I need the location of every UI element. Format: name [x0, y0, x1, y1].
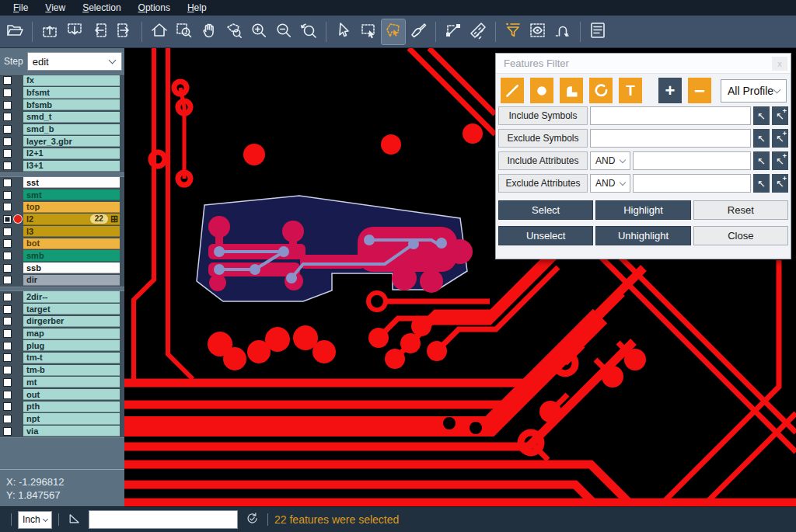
menu-selection[interactable]: Selection [74, 1, 129, 16]
layer-bar-mt[interactable]: mt [23, 377, 120, 388]
layer-bar-tm-b[interactable]: tm-b [23, 365, 120, 376]
units-select[interactable]: Inch [18, 511, 52, 529]
home-view-button[interactable] [148, 19, 171, 44]
layer-checkbox-top[interactable] [3, 203, 12, 211]
layer-bar-l2+1[interactable]: l2+1 [23, 148, 120, 159]
layer-bar-plug[interactable]: plug [23, 340, 120, 351]
pick-add-attribute-button[interactable]: ↖+ [772, 151, 788, 170]
menu-file[interactable]: File [5, 1, 37, 16]
grid-icon[interactable]: ⊞ [110, 214, 118, 224]
layer-checkbox-npt[interactable] [3, 415, 12, 423]
menu-options[interactable]: Options [130, 1, 179, 16]
pan-left-button[interactable] [88, 19, 111, 44]
line-type-button[interactable] [501, 78, 524, 103]
layer-checkbox-2dir--[interactable] [3, 293, 12, 301]
pcb-canvas[interactable]: Features Filter x T + − All Profile [124, 48, 796, 506]
layer-bar-bfsmt[interactable]: bfsmt [23, 87, 120, 98]
measure-line-button[interactable] [442, 19, 465, 44]
layer-checkbox-smt[interactable] [3, 191, 12, 200]
negative-polarity-button[interactable]: − [688, 78, 711, 103]
pan-right-button[interactable] [113, 19, 136, 44]
unselect-button[interactable]: Unselect [498, 226, 593, 245]
layer-checkbox-l2[interactable] [3, 215, 12, 224]
layer-checkbox-smd_b[interactable] [3, 125, 12, 134]
include-symbols-button[interactable]: Include Symbols [498, 106, 588, 125]
pan-down-button[interactable] [63, 19, 86, 44]
layer-bar-2dir--[interactable]: 2dir-- [23, 291, 120, 302]
profile-select[interactable]: All Profile [721, 79, 787, 103]
layer-bar-smb[interactable]: smb [23, 250, 120, 261]
layer-bar-smd_b[interactable]: smd_b [23, 124, 120, 135]
highlight-button[interactable]: Highlight [595, 200, 690, 220]
layer-checkbox-bot[interactable] [3, 239, 12, 248]
zoom-window-button[interactable] [173, 19, 196, 44]
layer-checkbox-layer_3.gbr[interactable] [3, 137, 12, 146]
dialog-titlebar[interactable]: Features Filter x [496, 54, 791, 74]
layer-bar-via[interactable]: via [23, 426, 120, 436]
view-filter-button[interactable] [526, 19, 550, 44]
layer-checkbox-smd_t[interactable] [3, 113, 12, 121]
include-attributes-button[interactable]: Include Attributes [498, 151, 588, 170]
layer-bar-tm-t[interactable]: tm-t [23, 353, 120, 363]
layer-bar-pth[interactable]: pth [23, 402, 120, 412]
layer-checkbox-out[interactable] [3, 391, 12, 399]
open-button[interactable] [3, 19, 26, 44]
layer-checkbox-tm-t[interactable] [3, 353, 12, 362]
layer-bar-bfsmb[interactable]: bfsmb [23, 99, 120, 110]
layer-checkbox-l3[interactable] [3, 228, 12, 236]
exclude-attributes-button[interactable]: Exclude Attributes [498, 174, 588, 193]
pick-attribute-button[interactable]: ↖ [753, 151, 770, 170]
command-input[interactable] [89, 510, 238, 529]
angle-mode-button[interactable] [65, 510, 84, 529]
pan-hand-button[interactable] [197, 19, 221, 44]
layer-checkbox-map[interactable] [3, 329, 12, 338]
layer-checkbox-l2+1[interactable] [3, 149, 12, 158]
layer-checkbox-dir[interactable] [3, 276, 12, 284]
snap-path-button[interactable] [551, 19, 574, 44]
layer-bar-out[interactable]: out [23, 389, 120, 400]
layer-bar-dir[interactable]: dir [23, 275, 120, 286]
layer-checkbox-bfsmb[interactable] [3, 101, 12, 110]
exclude-symbols-input[interactable] [590, 129, 751, 148]
layer-checkbox-sst[interactable] [3, 179, 12, 187]
zoom-previous-button[interactable] [297, 19, 320, 44]
layer-bar-l3+1[interactable]: l3+1 [23, 161, 120, 172]
pick-add-attribute-button[interactable]: ↖+ [772, 174, 788, 193]
layer-bar-l3[interactable]: l3 [23, 226, 120, 237]
layer-checkbox-smb[interactable] [3, 252, 12, 260]
layer-bar-ssb[interactable]: ssb [23, 263, 120, 273]
pick-symbol-button[interactable]: ↖ [753, 106, 770, 125]
layer-bar-npt[interactable]: npt [23, 413, 120, 424]
zoom-out-button[interactable] [272, 19, 295, 44]
pan-up-button[interactable] [38, 19, 61, 44]
close-button[interactable]: Close [693, 226, 788, 245]
layer-checkbox-target[interactable] [3, 305, 12, 314]
layer-bar-smd_t[interactable]: smd_t [23, 112, 120, 123]
polygon-select-button[interactable] [382, 19, 405, 44]
select-button[interactable]: Select [498, 200, 593, 220]
refresh-button[interactable] [243, 510, 261, 529]
features-filter-button[interactable] [501, 19, 525, 44]
rectangle-select-button[interactable] [357, 19, 380, 44]
layer-checkbox-mt[interactable] [3, 378, 12, 387]
menu-view[interactable]: View [37, 1, 74, 16]
include-attributes-input[interactable] [633, 151, 751, 170]
exclude-attributes-input[interactable] [633, 174, 751, 193]
layer-bar-dirgerber[interactable]: dirgerber [23, 316, 120, 327]
layer-bar-target[interactable]: target [23, 304, 120, 315]
layer-checkbox-tm-b[interactable] [3, 366, 12, 374]
step-select[interactable]: edit [27, 52, 122, 71]
pick-add-symbol-button[interactable]: ↖+ [772, 106, 788, 125]
layer-checkbox-dirgerber[interactable] [3, 317, 12, 325]
pick-attribute-button[interactable]: ↖ [753, 174, 770, 193]
layer-checkbox-fx[interactable] [3, 76, 12, 85]
reset-button[interactable]: Reset [693, 200, 788, 220]
text-type-button[interactable]: T [619, 78, 642, 103]
layers-form-button[interactable] [586, 19, 609, 44]
layer-checkbox-ssb[interactable] [3, 264, 12, 273]
include-attributes-logic-select[interactable]: AND [590, 151, 630, 170]
arc-type-button[interactable] [589, 78, 613, 103]
zoom-in-button[interactable] [247, 19, 271, 44]
measure-ruler-button[interactable] [466, 19, 490, 44]
exclude-symbols-button[interactable]: Exclude Symbols [498, 129, 588, 148]
